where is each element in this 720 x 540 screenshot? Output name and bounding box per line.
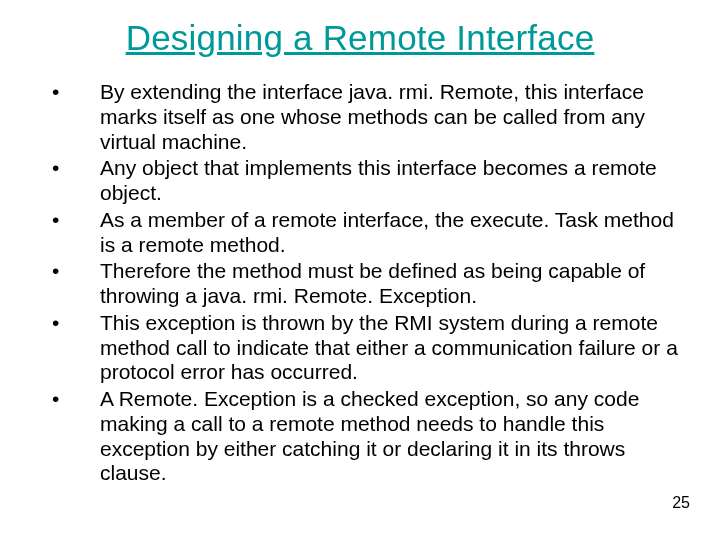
bullet-text: Any object that implements this interfac… [100,156,657,204]
page-number: 25 [672,494,690,512]
bullet-text: This exception is thrown by the RMI syst… [100,311,678,384]
bullet-text: A Remote. Exception is a checked excepti… [100,387,639,484]
list-item: Therefore the method must be defined as … [40,259,680,309]
list-item: By extending the interface java. rmi. Re… [40,80,680,154]
bullet-text: As a member of a remote interface, the e… [100,208,674,256]
bullet-text: By extending the interface java. rmi. Re… [100,80,645,153]
list-item: Any object that implements this interfac… [40,156,680,206]
list-item: A Remote. Exception is a checked excepti… [40,387,680,486]
list-item: This exception is thrown by the RMI syst… [40,311,680,385]
slide-title: Designing a Remote Interface [40,18,680,58]
bullet-list: By extending the interface java. rmi. Re… [40,80,680,486]
bullet-text: Therefore the method must be defined as … [100,259,645,307]
slide: Designing a Remote Interface By extendin… [0,0,720,540]
list-item: As a member of a remote interface, the e… [40,208,680,258]
